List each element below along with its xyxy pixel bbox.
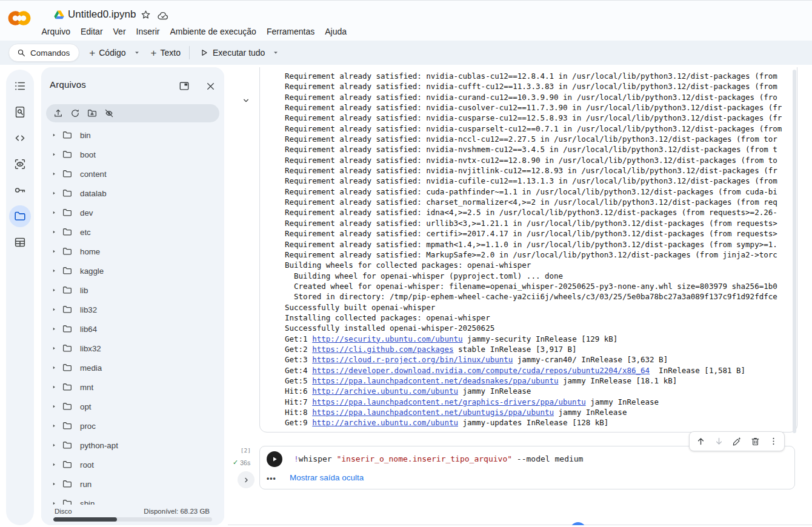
run-all-button[interactable]: Executar tudo <box>199 48 280 58</box>
console-link[interactable]: https://ppa.launchpadcontent.net/ubuntug… <box>312 408 554 417</box>
add-text-button[interactable]: + Texto <box>151 48 181 58</box>
file-tree-row-home[interactable]: home <box>46 242 221 261</box>
menu-ferramentas[interactable]: Ferramentas <box>261 25 319 38</box>
sidebar-item-code-snippets[interactable] <box>9 127 31 149</box>
file-tree-row-content[interactable]: content <box>46 164 221 184</box>
folder-name: libx32 <box>79 344 101 353</box>
add-code-label: Código <box>99 48 125 58</box>
expand-arrow-icon[interactable] <box>46 481 62 487</box>
close-icon[interactable] <box>205 81 216 92</box>
folder-icon <box>62 265 79 276</box>
file-tree-row-media[interactable]: media <box>46 358 221 377</box>
file-tree-row-boot[interactable]: boot <box>46 145 221 164</box>
add-code-button[interactable]: + Código <box>89 48 141 58</box>
console-link[interactable]: https://cli.github.com/packages <box>312 345 453 354</box>
file-tree-row-proc[interactable]: proc <box>46 416 221 436</box>
menu-ambiente-de-execucao[interactable]: Ambiente de execução <box>165 25 261 38</box>
expand-arrow-icon[interactable] <box>46 384 62 390</box>
console-line: Requirement already satisfied: mpmath<1.… <box>285 239 793 250</box>
expand-arrow-icon[interactable] <box>46 132 62 138</box>
search-icon <box>16 48 26 58</box>
menu-editar[interactable]: Editar <box>75 25 108 38</box>
mount-drive-button[interactable] <box>84 105 101 122</box>
edit-with-ai-button[interactable] <box>730 434 744 449</box>
folder-name: python-apt <box>79 441 118 450</box>
run-icon <box>199 48 209 58</box>
file-tree-row-dev[interactable]: dev <box>46 203 221 222</box>
console-link[interactable]: https://cloud.r-project.org/bin/linux/ub… <box>312 355 513 364</box>
expand-arrow-icon[interactable] <box>46 248 62 254</box>
show-hidden-output-link[interactable]: Mostrar saída oculta <box>290 473 364 482</box>
code-editor-line[interactable]: !whisper "inserir_o_nome.inserir_tipo_ar… <box>294 450 583 468</box>
expand-arrow-icon[interactable] <box>46 442 62 448</box>
file-tree-row-run[interactable]: run <box>46 474 221 494</box>
chevron-down-icon[interactable] <box>271 48 280 57</box>
sidebar-item-find-in-notebook[interactable] <box>9 101 31 123</box>
expand-arrow-icon[interactable] <box>46 210 62 216</box>
menu-arquivo[interactable]: Arquivo <box>36 25 75 38</box>
file-tree-row-lib[interactable]: lib <box>46 280 221 300</box>
file-tree-row-python-apt[interactable]: python-apt <box>46 436 221 455</box>
file-tree-row-bin[interactable]: bin <box>46 125 221 145</box>
expand-arrow-icon[interactable] <box>46 287 62 293</box>
folder-icon <box>62 168 79 179</box>
file-tree-row-opt[interactable]: opt <box>46 397 221 416</box>
chevron-down-icon[interactable] <box>133 48 141 57</box>
expand-section-button[interactable] <box>238 471 255 488</box>
expand-arrow-icon[interactable] <box>46 190 62 196</box>
console-link[interactable]: https://ppa.launchpadcontent.net/graphic… <box>312 397 586 406</box>
cloud-saved-icon[interactable] <box>157 10 169 22</box>
collapse-output-icon[interactable] <box>241 96 251 105</box>
sidebar-item-data-table[interactable] <box>9 231 31 253</box>
sidebar-item-secrets[interactable] <box>9 179 31 201</box>
menu-ver[interactable]: Ver <box>108 25 131 38</box>
delete-cell-button[interactable] <box>748 434 762 449</box>
file-tree-row-datalab[interactable]: datalab <box>46 184 221 203</box>
file-tree-row-kaggle[interactable]: kaggle <box>46 261 221 280</box>
expand-arrow-icon[interactable] <box>46 229 62 235</box>
file-tree-row-libx32[interactable]: libx32 <box>46 339 221 358</box>
folder-name: proc <box>79 422 96 431</box>
expand-arrow-icon[interactable] <box>46 423 62 429</box>
more-cell-actions-button[interactable] <box>766 434 780 449</box>
expand-arrow-icon[interactable] <box>46 268 62 274</box>
expand-arrow-icon[interactable] <box>46 151 62 157</box>
commands-button[interactable]: Comandos <box>8 44 79 62</box>
refresh-files-button[interactable] <box>67 105 84 122</box>
console-link[interactable]: https://ppa.launchpadcontent.net/deadsna… <box>312 376 558 385</box>
file-tree-row-root[interactable]: root <box>46 455 221 474</box>
arrow-up-icon <box>696 436 706 446</box>
console-line: Requirement already satisfied: charset_n… <box>285 197 793 207</box>
sidebar-item-table-of-contents[interactable] <box>9 75 31 97</box>
console-link[interactable]: http://archive.ubuntu.com/ubuntu <box>312 418 458 427</box>
dock-panel-icon[interactable] <box>178 80 190 92</box>
expand-arrow-icon[interactable] <box>46 365 62 371</box>
star-icon[interactable] <box>140 9 151 21</box>
output-scrollbar[interactable] <box>793 70 796 433</box>
scroll-fab[interactable] <box>570 522 586 525</box>
file-tree-row-etc[interactable]: etc <box>46 222 221 242</box>
upload-file-button[interactable] <box>50 105 67 122</box>
notebook-title[interactable]: Untitled0.ipynb <box>68 8 136 21</box>
toggle-hidden-files-button[interactable] <box>101 105 118 122</box>
file-tree-row-lib64[interactable]: lib64 <box>46 319 221 339</box>
expand-arrow-icon[interactable] <box>46 171 62 177</box>
folder-name: boot <box>79 150 96 159</box>
file-tree-row-mnt[interactable]: mnt <box>46 377 221 397</box>
expand-arrow-icon[interactable] <box>46 307 62 313</box>
key-icon <box>13 184 27 197</box>
sidebar-item-visual-inspector[interactable] <box>9 153 31 175</box>
expand-arrow-icon[interactable] <box>46 326 62 332</box>
expand-arrow-icon[interactable] <box>46 345 62 351</box>
console-link[interactable]: http://security.ubuntu.com/ubuntu <box>312 334 462 343</box>
menu-ajuda[interactable]: Ajuda <box>320 25 352 38</box>
expand-arrow-icon[interactable] <box>46 403 62 409</box>
console-link[interactable]: https://developer.download.nvidia.com/co… <box>312 366 650 375</box>
sidebar-item-files[interactable] <box>9 205 31 227</box>
console-link[interactable]: http://archive.ubuntu.com/ubuntu <box>312 386 458 396</box>
expand-arrow-icon[interactable] <box>46 462 62 468</box>
file-tree-row-lib32[interactable]: lib32 <box>46 300 221 319</box>
run-cell-button[interactable] <box>267 451 282 467</box>
move-cell-up-button[interactable] <box>693 434 708 449</box>
menu-inserir[interactable]: Inserir <box>131 25 165 38</box>
